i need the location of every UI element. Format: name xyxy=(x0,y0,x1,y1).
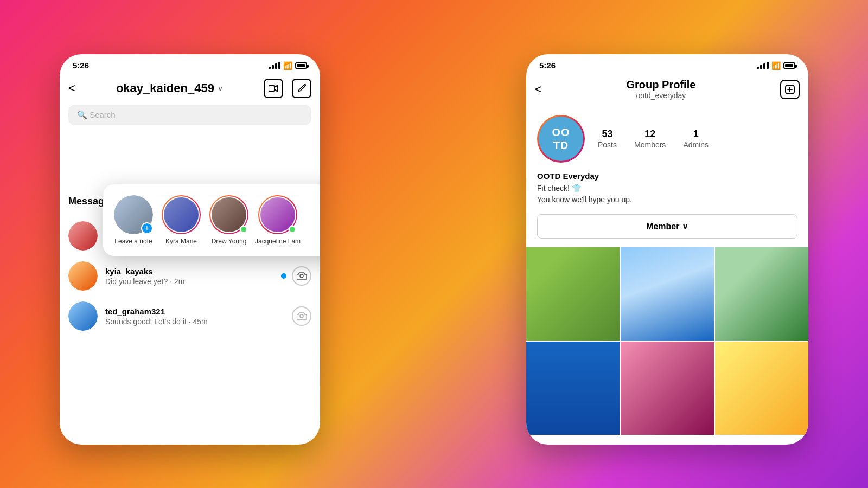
story-kyra-wrap: Why is tomorrow Monday!? 😩 xyxy=(162,195,201,234)
signal-bar-3 xyxy=(275,63,277,69)
msg-username-2: kyia_kayaks xyxy=(105,267,273,276)
msg-content-3: ted_graham321 Sounds good! Let's do it ·… xyxy=(105,307,284,326)
signal-bar-1 xyxy=(269,67,271,69)
back-button-right[interactable]: < xyxy=(535,82,542,97)
photo-cell-5[interactable] xyxy=(621,342,714,435)
group-name: OOTD Everyday xyxy=(537,171,797,181)
story-label-self: Leave a note xyxy=(114,237,152,245)
msg-actions-3 xyxy=(292,306,311,326)
camera-btn-3[interactable] xyxy=(292,306,311,326)
unread-dot-2 xyxy=(281,273,286,279)
story-label-jacq: Jacqueline Lam xyxy=(255,237,301,245)
battery-icon-left xyxy=(295,62,307,69)
notes-panel: + Leave a note Why is tomorrow Monday!? … xyxy=(103,184,320,256)
story-kyra[interactable]: Why is tomorrow Monday!? 😩 Kyra Marie xyxy=(159,195,203,245)
r-signal-bar-1 xyxy=(757,67,759,69)
stat-members: 12 Members xyxy=(634,129,666,150)
phone-left: 5:26 📶 < okay_kaiden_459 ∨ xyxy=(60,54,320,445)
members-label: Members xyxy=(634,140,666,149)
story-self[interactable]: + Leave a note xyxy=(112,195,155,245)
compose-button[interactable] xyxy=(292,79,311,98)
member-btn-label: Member ∨ xyxy=(646,221,688,232)
story-label-drew: Drew Young xyxy=(212,237,247,245)
back-button-left[interactable]: < xyxy=(68,81,75,95)
video-call-button[interactable] xyxy=(264,79,283,98)
msg-username-3: ted_graham321 xyxy=(105,307,284,316)
nav-username[interactable]: okay_kaiden_459 xyxy=(116,81,214,95)
wifi-icon-left: 📶 xyxy=(283,61,292,70)
stat-posts: 53 Posts xyxy=(598,129,617,150)
photo-cell-2[interactable] xyxy=(621,247,714,341)
story-drew-wrap: Finally landing in NYC! ❤️ xyxy=(209,195,248,234)
signal-bar-4 xyxy=(278,62,280,69)
r-signal-bar-3 xyxy=(763,63,765,69)
group-stats: 53 Posts 12 Members 1 Admins xyxy=(598,129,709,150)
search-bar[interactable]: 🔍 Search xyxy=(68,105,311,125)
status-icons-left: 📶 xyxy=(269,61,307,70)
member-button[interactable]: Member ∨ xyxy=(537,214,797,239)
msg-actions-2 xyxy=(281,266,311,286)
msg-content-2: kyia_kayaks Did you leave yet? · 2m xyxy=(105,267,273,286)
wifi-icon-right: 📶 xyxy=(771,61,781,70)
nav-chevron-left[interactable]: ∨ xyxy=(218,84,223,93)
svg-point-2 xyxy=(300,274,303,278)
story-avatar-kyra xyxy=(162,195,201,234)
add-story-button[interactable]: + xyxy=(141,222,153,234)
story-drew[interactable]: Finally landing in NYC! ❤️ Drew Young xyxy=(207,195,251,245)
nav-title-left: okay_kaiden_459 ∨ xyxy=(116,81,223,95)
msg-avatar-3 xyxy=(68,301,98,331)
posts-label: Posts xyxy=(598,140,617,149)
msg-preview-3: Sounds good! Let's do it · 45m xyxy=(105,317,284,326)
r-signal-bar-4 xyxy=(767,62,769,69)
stat-admins: 1 Admins xyxy=(683,129,709,150)
story-avatar-self-wrap: + xyxy=(114,195,153,234)
online-indicator-drew xyxy=(240,226,247,233)
battery-icon-right xyxy=(783,62,795,69)
status-time-right: 5:26 xyxy=(539,61,556,70)
message-item-3[interactable]: ted_graham321 Sounds good! Let's do it ·… xyxy=(68,296,311,336)
signal-bar-2 xyxy=(272,65,274,69)
battery-fill-left xyxy=(297,64,305,67)
photo-cell-3[interactable] xyxy=(715,247,808,341)
svg-rect-0 xyxy=(269,86,275,91)
status-bar-right: 5:26 📶 xyxy=(526,54,808,74)
online-indicator-jacq xyxy=(289,226,296,233)
signal-bars-right xyxy=(757,62,769,69)
members-count: 12 xyxy=(634,129,666,140)
status-time-left: 5:26 xyxy=(73,61,89,70)
photo-cell-1[interactable] xyxy=(526,247,620,341)
group-initials: OOTD xyxy=(552,126,570,152)
group-add-button[interactable] xyxy=(780,80,800,99)
battery-fill-right xyxy=(785,64,793,67)
search-placeholder: 🔍 Search xyxy=(77,110,116,119)
nav-header-left: < okay_kaiden_459 ∨ xyxy=(60,74,320,105)
signal-bars-left xyxy=(269,62,280,69)
message-item-2[interactable]: kyia_kayaks Did you leave yet? · 2m xyxy=(68,256,311,296)
posts-count: 53 xyxy=(598,129,617,140)
photo-cell-4[interactable] xyxy=(526,342,620,435)
msg-avatar-1 xyxy=(68,221,98,251)
group-bio: OOTD Everyday Fit check! 👕 You know we'l… xyxy=(526,171,808,214)
nav-actions-left xyxy=(264,79,311,98)
msg-preview-2: Did you leave yet? · 2m xyxy=(105,277,273,286)
group-title-area: Group Profile ootd_everyday xyxy=(627,79,696,100)
group-profile-subtitle: ootd_everyday xyxy=(627,91,696,100)
group-avatar-inner: OOTD xyxy=(539,117,583,161)
story-jacq-wrap: Game night this weekend? 🎱 xyxy=(258,195,297,234)
msg-avatar-2 xyxy=(68,261,98,291)
status-icons-right: 📶 xyxy=(757,61,795,70)
phone-right: 5:26 📶 < Group Profile ootd_everyday xyxy=(526,54,808,445)
admins-count: 1 xyxy=(683,129,709,140)
svg-point-3 xyxy=(300,314,303,318)
status-bar-left: 5:26 📶 xyxy=(60,54,320,74)
group-avatar: OOTD xyxy=(537,115,585,163)
r-signal-bar-2 xyxy=(760,65,762,69)
photo-cell-6[interactable] xyxy=(715,342,808,435)
bio-line-1: Fit check! 👕 xyxy=(537,183,797,194)
camera-btn-2[interactable] xyxy=(292,266,311,286)
photo-grid xyxy=(526,247,808,435)
bio-line-2: You know we'll hype you up. xyxy=(537,194,797,206)
group-profile-section: OOTD 53 Posts 12 Members 1 Admins xyxy=(526,106,808,171)
story-jacq[interactable]: Game night this weekend? 🎱 Jacqueline La… xyxy=(255,195,301,245)
group-profile-title: Group Profile xyxy=(627,79,696,91)
